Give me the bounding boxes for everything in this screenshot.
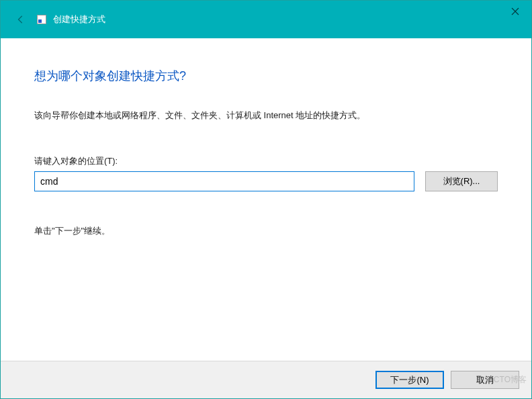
location-label: 请键入对象的位置(T): — [34, 155, 498, 167]
wizard-description: 该向导帮你创建本地或网络程序、文件、文件夹、计算机或 Internet 地址的快… — [34, 109, 498, 122]
browse-button[interactable]: 浏览(R)... — [425, 171, 498, 191]
next-button[interactable]: 下一步(N) — [375, 371, 444, 389]
close-button[interactable] — [499, 1, 531, 22]
cancel-button[interactable]: 取消 — [451, 371, 519, 389]
wizard-content: 想为哪个对象创建快捷方式? 该向导帮你创建本地或网络程序、文件、文件夹、计算机或… — [1, 38, 531, 361]
titlebar: 创建快捷方式 — [1, 1, 531, 38]
wizard-footer: 下一步(N) 取消 — [1, 361, 531, 398]
location-input[interactable] — [34, 171, 414, 191]
wizard-hint: 单击"下一步"继续。 — [34, 225, 498, 237]
location-row: 浏览(R)... — [34, 171, 498, 191]
window-title: 创建快捷方式 — [53, 13, 105, 26]
shortcut-icon — [37, 15, 46, 24]
wizard-heading: 想为哪个对象创建快捷方式? — [34, 68, 498, 84]
back-arrow-icon — [14, 13, 28, 26]
create-shortcut-wizard: 创建快捷方式 想为哪个对象创建快捷方式? 该向导帮你创建本地或网络程序、文件、文… — [0, 0, 532, 399]
close-icon — [511, 7, 519, 15]
